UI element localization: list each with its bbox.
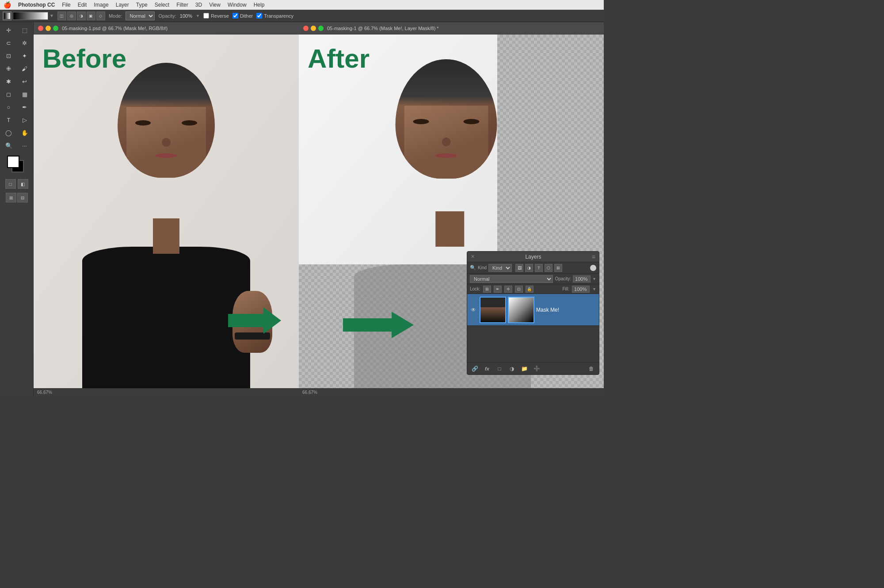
layers-lock-position-btn[interactable]: ✒	[494, 286, 502, 293]
layers-shape-filter-btn[interactable]: ⬡	[545, 264, 552, 272]
pen-tool[interactable]: ✒	[17, 101, 32, 113]
lasso-tool[interactable]: ⊂	[1, 37, 16, 49]
zoom-tool[interactable]: 🔍	[1, 139, 16, 152]
screen-mode-btn2[interactable]: ⊟	[17, 193, 28, 202]
shape-tool[interactable]: ◯	[1, 126, 16, 139]
clone-stamp-tool[interactable]: ✱	[1, 75, 16, 88]
layers-adjust-filter-btn[interactable]: ◑	[525, 264, 533, 272]
dither-checkbox[interactable]	[232, 13, 238, 19]
layers-filter-toggle-btn[interactable]	[590, 265, 596, 271]
menu-view[interactable]: View	[209, 2, 221, 8]
before-zoom-level: 66.67%	[37, 390, 52, 395]
layers-smart-filter-btn[interactable]: ⊞	[554, 264, 562, 272]
path-selection-tool[interactable]: ▷	[17, 114, 32, 126]
after-maximize-btn[interactable]	[318, 26, 324, 31]
standard-mode-btn[interactable]: □	[5, 179, 16, 189]
eyedropper-tool[interactable]: ✦	[17, 50, 32, 62]
menu-image[interactable]: Image	[94, 2, 108, 8]
close-window-btn[interactable]	[38, 26, 43, 31]
menu-layer[interactable]: Layer	[116, 2, 129, 8]
layers-blend-select[interactable]: Normal	[470, 275, 553, 283]
menu-help[interactable]: Help	[254, 2, 265, 8]
layers-kind-select[interactable]: Kind	[488, 264, 512, 272]
mode-select[interactable]: Normal	[126, 11, 155, 20]
diamond-gradient-btn[interactable]: ◇	[96, 11, 105, 20]
menu-filter[interactable]: Filter	[176, 2, 188, 8]
menu-3d[interactable]: 3D	[195, 2, 202, 8]
after-hair	[396, 59, 497, 106]
eraser-tool[interactable]: ◻	[1, 88, 16, 100]
dodge-tool[interactable]: ○	[1, 101, 16, 113]
layers-close-icon[interactable]: ✕	[471, 254, 475, 260]
layers-adjustment-btn[interactable]: ◑	[507, 364, 517, 373]
layers-lock-extra-btn[interactable]: 🔒	[526, 286, 533, 293]
layers-group-btn[interactable]: 📁	[519, 364, 529, 373]
gradient-tool[interactable]: ▦	[17, 88, 32, 100]
menu-select[interactable]: Select	[155, 2, 169, 8]
layers-new-layer-btn[interactable]: ➕	[532, 364, 541, 373]
gradient-preview[interactable]	[13, 12, 48, 20]
opacity-value[interactable]: 100%	[180, 13, 192, 19]
menu-edit[interactable]: Edit	[78, 2, 87, 8]
layers-opacity-dropdown[interactable]: ▼	[592, 277, 596, 281]
opacity-dropdown-icon[interactable]: ▼	[196, 14, 200, 18]
layers-pixel-filter-btn[interactable]: 🖼	[515, 264, 523, 272]
menu-window[interactable]: Window	[228, 2, 247, 8]
extra-tool[interactable]: ···	[17, 139, 32, 152]
magic-wand-tool[interactable]: ✲	[17, 37, 32, 49]
healing-brush-tool[interactable]: ✙	[1, 62, 16, 75]
layers-lock-all-btn[interactable]: ⊡	[515, 286, 523, 293]
maximize-window-btn[interactable]	[53, 26, 58, 31]
crop-tool[interactable]: ⊡	[1, 50, 16, 62]
history-brush-tool[interactable]: ↩	[17, 75, 32, 88]
before-canvas[interactable]: Before	[34, 34, 299, 388]
layers-lock-artboard-btn[interactable]: ✛	[504, 286, 512, 293]
gradient-dropdown-icon[interactable]: ▼	[50, 13, 54, 18]
marquee-tool[interactable]: ⬚	[17, 24, 32, 36]
hand-tool[interactable]: ✋	[17, 126, 32, 139]
apple-menu[interactable]: 🍎	[4, 1, 11, 8]
layer-visibility-icon[interactable]: 👁	[470, 306, 477, 313]
reflected-gradient-btn[interactable]: ▣	[87, 11, 95, 20]
after-minimize-btn[interactable]	[311, 26, 316, 31]
mode-label: Mode:	[109, 13, 122, 19]
linear-gradient-btn[interactable]: ◫	[57, 11, 66, 20]
menu-type[interactable]: Type	[136, 2, 148, 8]
layers-blend-row: Normal Opacity: ▼	[467, 274, 599, 284]
reverse-label: Reverse	[211, 13, 229, 19]
color-swatches	[7, 156, 27, 173]
gradient-type-selector[interactable]	[3, 11, 11, 20]
after-close-btn[interactable]	[303, 26, 309, 31]
radial-gradient-btn[interactable]: ◎	[67, 11, 76, 20]
menubar: 🍎 Photoshop CC File Edit Image Layer Typ…	[0, 0, 604, 10]
reverse-checkbox[interactable]	[203, 13, 209, 19]
after-canvas[interactable]: After	[299, 34, 604, 388]
layer-mask-thumbnail[interactable]	[508, 297, 534, 323]
screen-mode-btn[interactable]: ⊞	[6, 193, 16, 202]
before-label: Before	[42, 43, 126, 74]
layers-fill-input[interactable]	[572, 286, 590, 293]
layers-link-btn[interactable]: 🔗	[470, 364, 480, 373]
layers-delete-btn[interactable]: 🗑	[587, 364, 596, 373]
layers-mask-btn[interactable]: □	[495, 364, 504, 373]
layers-layer-row[interactable]: 👁 Mask Me!	[467, 294, 599, 326]
minimize-window-btn[interactable]	[46, 26, 51, 31]
quick-mask-btn[interactable]: ◧	[18, 179, 28, 189]
layers-opacity-input[interactable]	[573, 275, 591, 283]
menu-file[interactable]: File	[62, 2, 70, 8]
svg-marker-1	[343, 312, 414, 338]
layers-lock-pixels-btn[interactable]: ⊞	[483, 286, 491, 293]
layer-thumbnail[interactable]	[480, 297, 506, 323]
layers-fx-btn[interactable]: fx	[482, 364, 492, 373]
layers-fill-dropdown[interactable]: ▼	[592, 287, 596, 291]
foreground-color[interactable]	[7, 156, 19, 168]
layers-type-filter-btn[interactable]: T	[535, 264, 543, 272]
before-panel: 05-masking-1.psd @ 66.7% (Mask Me!, RGB/…	[34, 22, 299, 396]
transparency-checkbox[interactable]	[256, 13, 262, 19]
layers-panel-menu-icon[interactable]: ≡	[592, 253, 595, 260]
move-tool[interactable]: ✛	[1, 24, 16, 36]
brush-tool[interactable]: 🖌	[17, 62, 32, 75]
angle-gradient-btn[interactable]: ◑	[77, 11, 86, 20]
type-tool[interactable]: T	[1, 114, 16, 126]
after-neck	[435, 211, 464, 247]
